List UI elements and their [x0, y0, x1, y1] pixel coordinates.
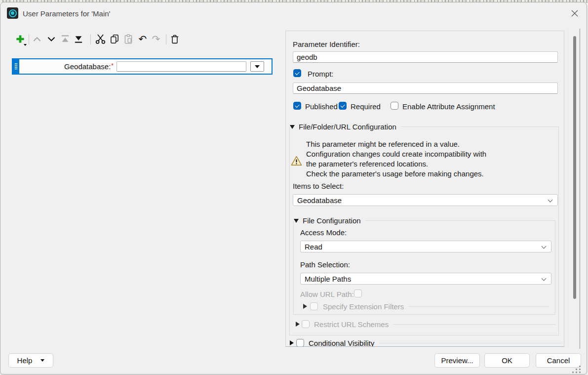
warning-message: This parameter might be referenced in a … — [306, 139, 538, 179]
redo-arrow-icon: ↷ — [152, 33, 160, 45]
conditional-visibility-row[interactable]: Conditional Visibility — [290, 338, 562, 347]
check-icon — [295, 70, 300, 75]
window-title: User Parameters for 'Main' — [23, 9, 110, 18]
chevron-down-icon — [46, 34, 57, 44]
header-rule — [408, 306, 549, 307]
trash-icon — [169, 34, 180, 44]
conditional-visibility-label: Conditional Visibility — [309, 339, 374, 347]
clipboard-icon — [123, 34, 134, 44]
collapsed-triangle-icon[interactable] — [290, 340, 294, 345]
chevron-down-icon — [542, 276, 547, 281]
copy-icon — [109, 34, 120, 44]
parameter-value-input[interactable] — [117, 61, 246, 72]
scrollbar-thumb[interactable] — [573, 36, 576, 299]
ok-button[interactable]: OK — [484, 353, 530, 368]
dropdown-caret-icon — [40, 359, 44, 362]
titlebar: User Parameters for 'Main' — [1, 5, 587, 24]
expanded-triangle-icon — [294, 219, 299, 223]
chevron-down-icon — [548, 198, 553, 203]
parameter-item-label: Geodatabase:* — [28, 62, 114, 71]
cut-button[interactable] — [94, 33, 107, 45]
move-to-bottom-button[interactable] — [72, 33, 85, 45]
dropdown-arrow-icon — [255, 65, 260, 68]
vertical-scrollbar[interactable] — [568, 29, 580, 349]
file-folder-url-configuration-header[interactable]: File/Folder/URL Configuration — [290, 122, 401, 131]
published-checkbox[interactable] — [293, 102, 301, 110]
scissors-icon — [95, 34, 106, 45]
parameter-identifier-input[interactable] — [293, 51, 558, 63]
prompt-checkbox[interactable] — [293, 69, 301, 77]
triangle-up-bar-icon — [60, 34, 71, 44]
collapsed-triangle-icon[interactable] — [296, 322, 300, 327]
dropdown-caret-icon — [24, 44, 27, 46]
required-checkbox[interactable] — [339, 102, 347, 110]
toolbar-separator — [29, 34, 29, 44]
check-icon — [341, 103, 345, 107]
restrict-url-schemes-label: Restrict URL Schemes — [314, 320, 389, 329]
preview-button[interactable]: Preview... — [434, 353, 480, 368]
check-icon — [295, 103, 300, 107]
items-to-select-label: Items to Select: — [293, 182, 344, 190]
move-up-button[interactable] — [31, 33, 43, 45]
fme-logo-icon — [7, 7, 18, 19]
path-selection-label: Path Selection: — [300, 260, 350, 269]
close-icon[interactable] — [569, 8, 580, 19]
prompt-label: Prompt: — [308, 70, 334, 78]
move-down-button[interactable] — [45, 33, 58, 45]
resize-grip[interactable] — [571, 366, 583, 374]
allow-url-path-label: Allow URL Path: — [300, 290, 354, 298]
prompt-input[interactable] — [293, 83, 558, 94]
toolbar-separator — [166, 34, 166, 44]
restrict-url-schemes-row[interactable]: Restrict URL Schemes — [296, 320, 556, 329]
specify-extension-filters-label: Specify Extension Filters — [323, 302, 404, 311]
specify-extension-filters-row[interactable]: Specify Extension Filters — [303, 302, 549, 311]
screen: User Parameters for 'Main' — [0, 0, 588, 375]
parameter-list-item-geodatabase[interactable]: Geodatabase:* — [12, 58, 273, 75]
plus-icon — [15, 34, 26, 44]
editor-panel: Parameter Identifier: Prompt: Published … — [285, 31, 564, 347]
header-rule — [379, 343, 562, 343]
parameter-value-dropdown-button[interactable] — [250, 61, 264, 72]
chevron-down-icon — [542, 244, 547, 249]
help-button[interactable]: Help — [8, 353, 53, 368]
access-mode-combobox[interactable]: Read — [300, 241, 551, 252]
expanded-triangle-icon — [290, 125, 295, 129]
allow-url-path-checkbox[interactable] — [354, 290, 362, 297]
file-configuration-header[interactable]: File Configuration — [294, 216, 365, 225]
enable-attribute-assignment-checkbox[interactable] — [391, 102, 398, 110]
toolbar-separator — [90, 34, 91, 44]
required-marker: * — [111, 62, 114, 69]
drag-handle-icon[interactable] — [13, 59, 19, 74]
copy-button[interactable] — [108, 33, 121, 45]
parameter-identifier-label: Parameter Identifier: — [293, 40, 360, 48]
published-label: Published — [305, 102, 338, 111]
conditional-visibility-checkbox[interactable] — [296, 339, 304, 347]
required-label: Required — [351, 102, 381, 111]
undo-arrow-icon: ↶ — [139, 33, 147, 45]
warning-triangle-icon — [291, 156, 302, 166]
restrict-url-schemes-checkbox[interactable] — [302, 320, 310, 328]
delete-button[interactable] — [168, 33, 181, 45]
chevron-up-icon — [32, 34, 42, 44]
items-to-select-combobox[interactable]: Geodatabase — [293, 194, 558, 206]
add-parameter-button[interactable] — [14, 33, 27, 45]
redo-button[interactable]: ↷ — [150, 33, 162, 45]
enable-attribute-assignment-label: Enable Attribute Assignment — [402, 102, 495, 111]
triangle-down-bar-icon — [73, 34, 84, 44]
specify-extension-filters-checkbox[interactable] — [310, 302, 318, 310]
header-rule — [393, 324, 556, 325]
paste-button[interactable] — [122, 33, 135, 45]
path-selection-combobox[interactable]: Multiple Paths — [300, 273, 551, 285]
move-to-top-button[interactable] — [59, 33, 72, 45]
undo-button[interactable]: ↶ — [136, 33, 149, 45]
access-mode-label: Access Mode: — [300, 228, 347, 237]
collapsed-triangle-icon[interactable] — [303, 304, 307, 309]
